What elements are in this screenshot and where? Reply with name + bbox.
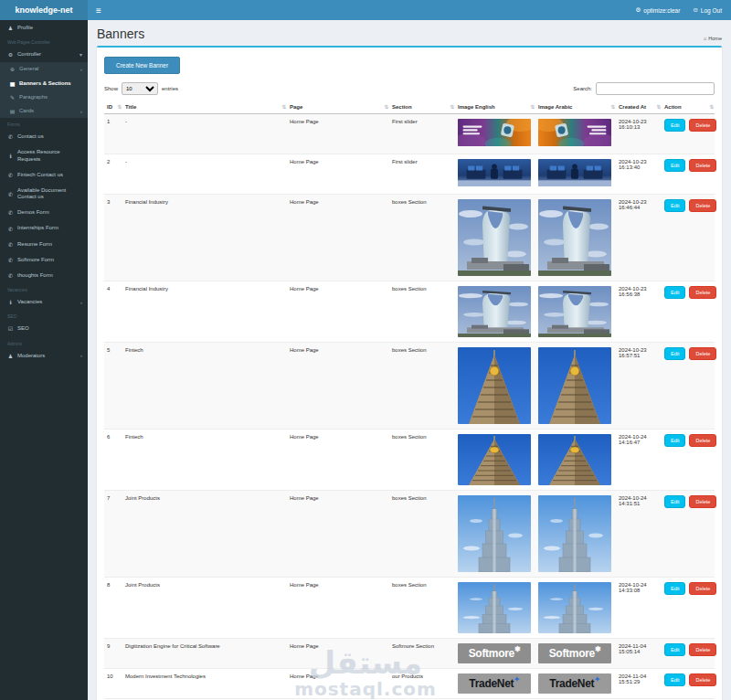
- row-actions: EditDelete: [664, 159, 712, 172]
- cell-created-at: 2024-11-04 15:05:14: [616, 639, 662, 669]
- sidebar-item-label: Banners & Sections: [19, 80, 82, 87]
- chevron-left-icon: ‹: [80, 109, 82, 114]
- sidebar-item-contact-us[interactable]: ✆Contact us: [0, 129, 88, 144]
- column-header-image-arabic[interactable]: Image Arabic⇅: [535, 101, 616, 114]
- create-new-banner-button[interactable]: Create New Banner: [104, 57, 180, 74]
- cell-id: 4: [104, 281, 122, 343]
- sort-icon: ⇅: [709, 104, 714, 110]
- kingdom-tower-photo-arabic: [538, 199, 611, 276]
- sidebar-item-paragraphs[interactable]: ✎Paragraphs: [0, 90, 88, 104]
- sidebar-item-controller[interactable]: ⚙Controller▾: [0, 47, 88, 62]
- edit-button[interactable]: Edit: [664, 159, 685, 172]
- sidebar-item-seo[interactable]: ☑SEO: [0, 321, 88, 336]
- search-input[interactable]: [596, 82, 715, 95]
- table-row: 3Financial IndustryHome Pageboxes Sectio…: [104, 195, 715, 281]
- delete-button[interactable]: Delete: [689, 643, 716, 656]
- sidebar-item-moderators[interactable]: ♟Moderators‹: [0, 348, 88, 364]
- breadcrumb-home: Home: [708, 36, 722, 41]
- column-header-title[interactable]: Title⇅: [122, 101, 287, 114]
- cell-created-at: 2024-10-23 16:56:38: [616, 281, 662, 343]
- edit-button[interactable]: Edit: [664, 119, 685, 132]
- logout-button[interactable]: ⊙ Log Out: [693, 6, 722, 14]
- edit-button[interactable]: Edit: [664, 673, 685, 686]
- logo-text: TradeNet: [549, 677, 594, 690]
- column-header-page[interactable]: Page⇅: [287, 101, 389, 114]
- column-header-id[interactable]: ID⇅: [104, 101, 122, 114]
- show-label: Show: [104, 86, 118, 91]
- cell-id: 6: [104, 430, 122, 491]
- cell-id: 3: [104, 195, 122, 281]
- cell-page: Home Page: [287, 491, 389, 578]
- column-header-created-at[interactable]: Created At⇅: [616, 101, 662, 114]
- sidebar-section-label: Admins: [0, 337, 88, 348]
- delete-button[interactable]: Delete: [689, 159, 716, 172]
- sidebar-item-general[interactable]: ⊕General‹: [0, 62, 88, 76]
- sidebar-item-softmore-form[interactable]: ✆Softmore Form: [0, 252, 88, 268]
- delete-button[interactable]: Delete: [689, 495, 716, 508]
- breadcrumb[interactable]: ⌂ Home: [704, 36, 722, 41]
- sidebar-item-resume-form[interactable]: ✆Resume Form: [0, 237, 88, 252]
- edit-button[interactable]: Edit: [664, 643, 685, 656]
- cell-section: boxes Section: [389, 281, 455, 343]
- column-header-image-english[interactable]: Image English⇅: [455, 101, 535, 114]
- table-row: 5FintechHome Pageboxes Section 2024-1: [104, 343, 715, 430]
- cell-action: EditDelete: [662, 578, 715, 639]
- row-actions: EditDelete: [664, 495, 712, 508]
- page-size-select[interactable]: 10: [122, 82, 158, 95]
- edit-button[interactable]: Edit: [664, 582, 685, 595]
- cell-action: EditDelete: [662, 491, 715, 578]
- edit-button[interactable]: Edit: [664, 347, 685, 360]
- sidebar-item-demos-form[interactable]: ✆Demos Form: [0, 205, 88, 220]
- cell-image-arabic: Softmore✱: [535, 639, 616, 669]
- edit-button[interactable]: Edit: [664, 434, 685, 447]
- cell-title: -: [122, 154, 287, 195]
- search-label: Search:: [573, 86, 592, 91]
- cell-section: boxes Section: [389, 343, 455, 430]
- sidebar-item-vacancies[interactable]: ℹVacancies‹: [0, 294, 88, 310]
- cell-id: 9: [104, 639, 122, 669]
- cell-page: Home Page: [287, 343, 389, 430]
- brand-logo[interactable]: knowledge-net: [0, 0, 88, 20]
- delete-button[interactable]: Delete: [689, 286, 716, 299]
- delete-button[interactable]: Delete: [689, 673, 716, 686]
- cell-image-english: TradeNet✦: [455, 669, 535, 699]
- sidebar-item-internships-form[interactable]: ✆Internships Form: [0, 220, 88, 236]
- delete-button[interactable]: Delete: [689, 347, 716, 360]
- edit-button[interactable]: Edit: [664, 199, 685, 212]
- edit-button[interactable]: Edit: [664, 286, 685, 299]
- sidebar-item-label: Paragraphs: [19, 94, 82, 101]
- sidebar-item-available-document-contact-us[interactable]: ✆Available Document Contact us: [0, 183, 88, 205]
- sidebar-item-fintech-contact-us[interactable]: ✆Fintech Contact us: [0, 167, 88, 183]
- column-header-action[interactable]: Action⇅: [662, 101, 715, 114]
- chevron-left-icon: ‹: [80, 353, 82, 358]
- delete-button[interactable]: Delete: [689, 434, 716, 447]
- delete-button[interactable]: Delete: [689, 199, 716, 212]
- logo-star-icon: ✱: [514, 645, 520, 653]
- sidebar-item-banners-sections[interactable]: ▦Banners & Sections: [0, 77, 88, 90]
- cell-section: First slider: [389, 114, 455, 154]
- sidebar-item-label: Demos Form: [17, 209, 82, 216]
- sidebar-item-cards[interactable]: ▤Cards‹: [0, 104, 88, 118]
- top-navbar: knowledge-net ≡ ⚙ optimize:clear ⊙ Log O…: [0, 0, 731, 20]
- sidebar-item-thoughts-form[interactable]: ✆thoughts Form: [0, 268, 88, 283]
- cell-section: Softmore Section: [389, 639, 455, 669]
- delete-button[interactable]: Delete: [689, 119, 716, 132]
- hamburger-icon[interactable]: ≡: [88, 5, 110, 16]
- sidebar-item-access-resource-requests[interactable]: ℹAccess Resource Requests: [0, 144, 88, 166]
- sidebar-item-profile[interactable]: ♟Profile: [0, 20, 88, 36]
- phone-icon: ✆: [7, 172, 14, 178]
- cell-image-english: Softmore✱: [455, 639, 535, 669]
- logo-text: TradeNet: [469, 677, 514, 690]
- cell-created-at: 2024-10-24 14:33:08: [616, 578, 662, 639]
- globe-icon: ⊕: [9, 66, 16, 72]
- cell-created-at: 2024-10-23 16:57:51: [616, 343, 662, 430]
- edit-button[interactable]: Edit: [664, 495, 685, 508]
- optimize-clear-button[interactable]: ⚙ optimize:clear: [635, 6, 680, 14]
- main-content: Banners ⌂ Home Create New Banner Show 10…: [88, 20, 731, 700]
- grid-icon: ▦: [9, 80, 16, 87]
- column-header-section[interactable]: Section⇅: [389, 101, 455, 114]
- sidebar-item-label: Profile: [17, 25, 82, 31]
- cell-image-arabic: [535, 114, 616, 154]
- delete-button[interactable]: Delete: [689, 582, 716, 595]
- softmore-logo-english: Softmore✱: [458, 643, 531, 663]
